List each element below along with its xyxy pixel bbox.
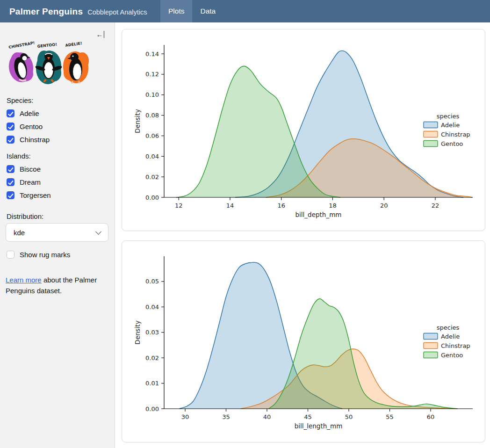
svg-text:60: 60 — [427, 413, 435, 420]
svg-text:14: 14 — [226, 202, 234, 209]
svg-text:Adelie: Adelie — [441, 122, 460, 129]
gentoo-checkbox[interactable] — [7, 123, 14, 130]
biscoe-label: Biscoe — [20, 165, 41, 173]
bill-depth-kde-chart: 1214161820220.000.020.040.060.080.100.12… — [126, 33, 482, 227]
distribution-value: kde — [14, 229, 25, 237]
svg-text:Adelie: Adelie — [441, 333, 460, 340]
adelie-label: Adelie — [20, 109, 39, 117]
svg-text:0.04: 0.04 — [145, 303, 159, 311]
svg-text:0.10: 0.10 — [145, 91, 159, 98]
chinstrap-illustration: CHINSTRAP! — [7, 41, 35, 84]
gentoo-label: Gentoo — [20, 123, 43, 130]
svg-text:45: 45 — [304, 413, 312, 420]
species-group-label: Species: — [7, 96, 109, 104]
svg-text:0.12: 0.12 — [145, 71, 159, 78]
gentoo-illustration: GENTOO! — [34, 42, 63, 86]
svg-text:bill_depth_mm: bill_depth_mm — [295, 211, 342, 218]
svg-text:16: 16 — [277, 202, 285, 209]
svg-text:species: species — [437, 324, 460, 331]
dataset-note: Learn more about the Palmer Penguins dat… — [6, 275, 99, 296]
dream-label: Dream — [20, 178, 41, 186]
distribution-select[interactable]: kde — [6, 223, 108, 242]
svg-text:0.14: 0.14 — [145, 51, 159, 58]
header-bar: Palmer Penguins Cobblepot Analytics Plot… — [0, 0, 490, 22]
app-title: Palmer Penguins — [9, 7, 83, 17]
svg-text:50: 50 — [345, 413, 353, 420]
svg-text:0.01: 0.01 — [145, 380, 159, 387]
svg-text:20: 20 — [380, 202, 388, 209]
checkbox-row-chinstrap[interactable]: Chinstrap — [7, 136, 109, 144]
svg-text:Density: Density — [134, 109, 141, 133]
main-content: 1214161820220.000.020.040.060.080.100.12… — [115, 22, 490, 448]
torgersen-label: Torgersen — [20, 191, 51, 199]
chevron-down-icon — [95, 229, 101, 235]
svg-text:ADÉLIE!: ADÉLIE! — [65, 41, 83, 48]
svg-text:species: species — [437, 113, 460, 120]
tab-data[interactable]: Data — [192, 0, 223, 22]
svg-text:CHINSTRAP!: CHINSTRAP! — [8, 41, 36, 50]
islands-group-label: Islands: — [7, 152, 109, 160]
bill-depth-plot-card: 1214161820220.000.020.040.060.080.100.12… — [122, 29, 485, 231]
nav-tabs: Plots Data — [160, 0, 223, 22]
svg-text:0.04: 0.04 — [145, 153, 159, 160]
sidebar: ← CHINSTRAP! — [0, 22, 115, 448]
svg-text:0.05: 0.05 — [145, 278, 159, 285]
app-subtitle: Cobblepot Analytics — [87, 8, 147, 16]
svg-text:0.03: 0.03 — [145, 329, 159, 336]
penguins-artwork: CHINSTRAP! GENTOO! — [6, 41, 109, 88]
rug-marks-checkbox[interactable] — [7, 251, 14, 259]
checkbox-row-biscoe[interactable]: Biscoe — [7, 165, 109, 173]
tab-plots[interactable]: Plots — [160, 0, 192, 22]
bill-length-plot-card: 303540455055600.000.010.020.030.040.05bi… — [122, 240, 485, 442]
distribution-label: Distribution: — [7, 212, 109, 220]
checkbox-row-dream[interactable]: Dream — [7, 178, 109, 186]
svg-text:0.02: 0.02 — [145, 173, 159, 181]
checkbox-row-gentoo[interactable]: Gentoo — [7, 123, 109, 130]
svg-text:0.06: 0.06 — [145, 132, 159, 139]
svg-text:18: 18 — [329, 202, 337, 209]
sidebar-collapse-icon[interactable]: ← — [96, 30, 105, 38]
svg-text:0.00: 0.00 — [145, 405, 159, 412]
rug-marks-label: Show rug marks — [20, 251, 70, 259]
chinstrap-checkbox[interactable] — [7, 136, 14, 144]
svg-text:GENTOO!: GENTOO! — [37, 42, 57, 49]
rug-marks-row[interactable]: Show rug marks — [7, 251, 109, 259]
chinstrap-label: Chinstrap — [20, 136, 50, 144]
svg-text:0.08: 0.08 — [145, 112, 159, 119]
svg-text:bill_length_mm: bill_length_mm — [295, 422, 343, 430]
bill-length-kde-chart: 303540455055600.000.010.020.030.040.05bi… — [126, 245, 482, 438]
biscoe-checkbox[interactable] — [7, 165, 14, 173]
torgersen-checkbox[interactable] — [7, 191, 14, 199]
adelie-illustration: ADÉLIE! — [61, 41, 90, 85]
brand: Palmer Penguins Cobblepot Analytics — [0, 0, 160, 22]
svg-text:22: 22 — [432, 202, 440, 209]
svg-text:40: 40 — [263, 413, 271, 420]
app-window: Palmer Penguins Cobblepot Analytics Plot… — [0, 0, 490, 448]
svg-text:Gentoo: Gentoo — [441, 140, 463, 147]
svg-text:30: 30 — [181, 413, 189, 420]
checkbox-row-torgersen[interactable]: Torgersen — [7, 191, 109, 199]
svg-text:55: 55 — [386, 413, 394, 420]
dream-checkbox[interactable] — [7, 178, 14, 186]
learn-more-link[interactable]: Learn more — [6, 276, 42, 284]
svg-text:12: 12 — [175, 202, 183, 209]
svg-text:Chinstrap: Chinstrap — [441, 131, 470, 138]
svg-text:0.02: 0.02 — [145, 354, 159, 361]
svg-text:Gentoo: Gentoo — [441, 352, 463, 359]
svg-text:Chinstrap: Chinstrap — [441, 342, 470, 349]
adelie-checkbox[interactable] — [7, 109, 14, 117]
svg-text:0.00: 0.00 — [145, 194, 159, 201]
checkbox-row-adelie[interactable]: Adelie — [7, 109, 109, 117]
svg-text:Density: Density — [134, 320, 141, 344]
svg-text:35: 35 — [222, 413, 230, 420]
